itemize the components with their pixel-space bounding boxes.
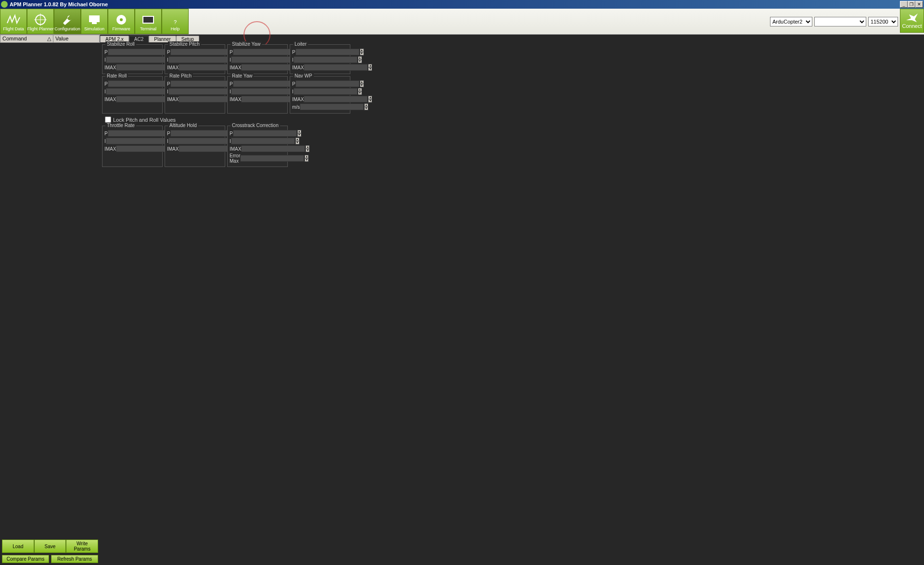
compare-params-button[interactable]: Compare Params [2, 555, 49, 563]
spinner: ▲▼ [358, 56, 362, 63]
param-row: I▲▼ [230, 138, 285, 144]
param-input-i[interactable] [168, 56, 232, 63]
param-input-p[interactable] [108, 130, 172, 137]
group-rate-pitch: Rate PitchP▲▼I▲▼IMAX▲▼ [165, 76, 225, 114]
param-input-i[interactable] [106, 138, 170, 144]
toolbar-flight-planner[interactable]: Flight Planner [27, 9, 54, 34]
param-label: P [230, 50, 233, 55]
maximize-button[interactable]: ❐ [908, 1, 915, 8]
lock-pitch-roll-checkbox[interactable] [105, 116, 111, 123]
close-button[interactable]: ✕ [915, 1, 923, 8]
spinner-down-icon[interactable]: ▼ [297, 133, 301, 137]
spinner-down-icon[interactable]: ▼ [305, 158, 308, 162]
param-input-p[interactable] [108, 80, 172, 87]
baud-select[interactable]: 115200 [868, 17, 898, 26]
spinner-up-icon[interactable]: ▲ [295, 138, 299, 141]
vehicle-select[interactable]: ArduCopter2 [770, 17, 812, 26]
param-input-i[interactable] [231, 88, 295, 95]
param-label: P [292, 81, 295, 87]
spinner-down-icon[interactable]: ▼ [358, 60, 362, 63]
write-params-button[interactable]: Write Params [66, 539, 98, 553]
title-bar: APM Planner 1.0.82 By Michael Oborne _ ❐… [0, 0, 924, 9]
load-button[interactable]: Load [2, 539, 34, 553]
param-input-p[interactable] [170, 130, 234, 137]
param-input-p[interactable] [233, 49, 297, 55]
spinner-up-icon[interactable]: ▲ [306, 145, 309, 149]
spinner-up-icon[interactable]: ▲ [368, 96, 372, 99]
spinner-down-icon[interactable]: ▼ [295, 141, 299, 144]
group-legend: Loiter [293, 41, 308, 47]
app-icon [1, 1, 8, 8]
param-label: Error Max [230, 153, 240, 164]
spinner-up-icon[interactable]: ▲ [360, 49, 364, 52]
group-altitude-hold: Altitude HoldP▲▼I▲▼IMAX▲▼ [165, 126, 225, 167]
param-input-errormax[interactable] [240, 155, 304, 162]
param-input-imax[interactable] [241, 145, 305, 152]
connect-button[interactable]: Connect [900, 9, 924, 33]
spinner-up-icon[interactable]: ▲ [305, 155, 308, 158]
param-row: I▲▼ [167, 138, 223, 144]
param-input-i[interactable] [168, 138, 232, 144]
spinner-up-icon[interactable]: ▲ [364, 103, 368, 107]
spinner-up-icon[interactable]: ▲ [358, 56, 362, 60]
param-input-i[interactable] [231, 56, 295, 63]
svg-point-6 [120, 18, 123, 21]
param-input-imax[interactable] [304, 64, 368, 71]
spinner-up-icon[interactable]: ▲ [360, 80, 364, 84]
param-input-p[interactable] [170, 49, 234, 55]
param-tree[interactable] [0, 43, 100, 539]
spinner-up-icon[interactable]: ▲ [358, 88, 362, 91]
group-throttle-rate: Throttle RateP▲▼I▲▼IMAX▲▼ [102, 126, 163, 167]
param-input-i[interactable] [231, 138, 295, 144]
port-select[interactable] [814, 17, 866, 26]
toolbar-flight-data[interactable]: Flight Data [0, 9, 27, 34]
toolbar-firmware[interactable]: Firmware [108, 9, 135, 34]
toolbar-terminal[interactable]: Terminal [135, 9, 162, 34]
spinner-up-icon[interactable]: ▲ [297, 130, 301, 133]
sim-icon [87, 13, 102, 26]
command-column-header[interactable]: Command △ [0, 35, 53, 42]
param-input-i[interactable] [168, 88, 232, 95]
spinner-down-icon[interactable]: ▼ [368, 99, 372, 103]
param-row: IMAX▲▼ [230, 64, 285, 71]
param-input-imax[interactable] [304, 96, 368, 103]
group-legend: Nav WP [293, 73, 314, 78]
param-label: P [167, 50, 170, 55]
param-input-i[interactable] [294, 56, 358, 63]
minimize-button[interactable]: _ [900, 1, 908, 8]
refresh-params-button[interactable]: Refresh Params [51, 555, 98, 563]
save-button[interactable]: Save [34, 539, 66, 553]
spinner-down-icon[interactable]: ▼ [306, 149, 309, 152]
left-panel: Command △ Value Load Save Write Params C… [0, 35, 100, 565]
spinner-down-icon[interactable]: ▼ [358, 91, 362, 95]
param-label: IMAX [292, 65, 304, 70]
toolbar-configuration[interactable]: Configuration [54, 9, 81, 34]
param-input-ms[interactable] [300, 103, 364, 110]
spinner-down-icon[interactable]: ▼ [360, 52, 364, 55]
param-input-p[interactable] [108, 49, 172, 55]
param-input-i[interactable] [106, 56, 170, 63]
spinner-down-icon[interactable]: ▼ [360, 84, 364, 87]
app-title: APM Planner 1.0.82 By Michael Oborne [10, 1, 900, 7]
toolbar-help[interactable]: ?Help [162, 9, 189, 34]
param-row-3: Throttle RateP▲▼I▲▼IMAX▲▼Altitude HoldP▲… [102, 126, 922, 167]
param-row: I▲▼ [104, 56, 160, 63]
param-row: IMAX▲▼ [104, 64, 160, 71]
spinner-down-icon[interactable]: ▼ [364, 107, 368, 110]
param-input-p[interactable] [233, 80, 297, 87]
group-legend: Rate Yaw [231, 73, 254, 78]
value-column-header[interactable]: Value [53, 35, 100, 42]
param-input-p[interactable] [170, 80, 234, 87]
param-input-p[interactable] [233, 130, 297, 137]
param-input-p[interactable] [295, 80, 359, 87]
toolbar-simulation[interactable]: Simulation [81, 9, 108, 34]
param-input-i[interactable] [294, 88, 358, 95]
param-input-i[interactable] [106, 88, 170, 95]
spinner-up-icon[interactable]: ▲ [368, 64, 372, 67]
param-input-p[interactable] [295, 49, 359, 55]
spinner: ▲▼ [358, 88, 362, 95]
wrench-icon [60, 13, 75, 26]
toolbar-label: Flight Planner [27, 26, 54, 31]
spinner: ▲▼ [368, 64, 372, 71]
spinner-down-icon[interactable]: ▼ [368, 67, 372, 71]
